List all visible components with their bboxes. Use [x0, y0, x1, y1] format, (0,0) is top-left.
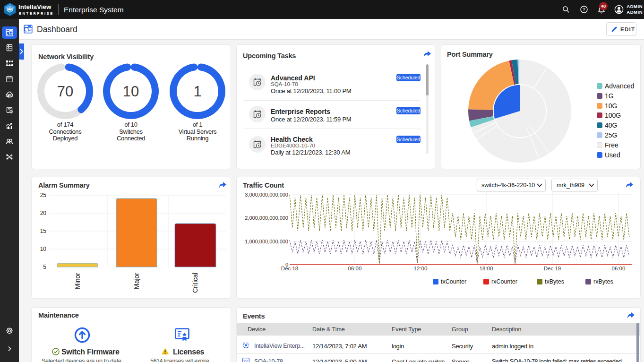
svg-text:2,000,000,000,000: 2,000,000,000,000: [245, 215, 288, 221]
svg-text:Critical: Critical: [191, 273, 199, 293]
svg-text:txCounter: txCounter: [441, 278, 466, 285]
svg-text:?: ?: [583, 7, 585, 12]
svg-text:25: 25: [40, 192, 47, 198]
svg-text:10: 10: [40, 246, 47, 252]
svg-text:18:00: 18:00: [480, 266, 493, 271]
svg-text:IV: IV: [244, 359, 248, 362]
svg-text:rxCounter: rxCounter: [491, 278, 517, 285]
svg-text:Dec 18: Dec 18: [281, 266, 298, 271]
svg-text:06:00: 06:00: [612, 266, 626, 271]
svg-text:1,000,000,000,000: 1,000,000,000,000: [245, 239, 288, 244]
svg-text:5: 5: [43, 264, 46, 270]
svg-text:20: 20: [40, 210, 47, 216]
svg-text:12:00: 12:00: [414, 266, 428, 271]
svg-text:Minor: Minor: [74, 273, 81, 289]
svg-text:1: 1: [193, 83, 201, 100]
svg-text:3,000,000,000,000: 3,000,000,000,000: [245, 192, 288, 198]
svg-text:rxBytes: rxBytes: [593, 278, 613, 285]
svg-text:Major: Major: [133, 273, 140, 289]
svg-text:15: 15: [40, 228, 47, 234]
svg-text:10: 10: [123, 83, 139, 100]
svg-text:Dec 19: Dec 19: [544, 266, 561, 271]
svg-text:70: 70: [57, 83, 73, 100]
svg-text:06:00: 06:00: [348, 266, 362, 271]
svg-text:txBytes: txBytes: [545, 278, 564, 285]
